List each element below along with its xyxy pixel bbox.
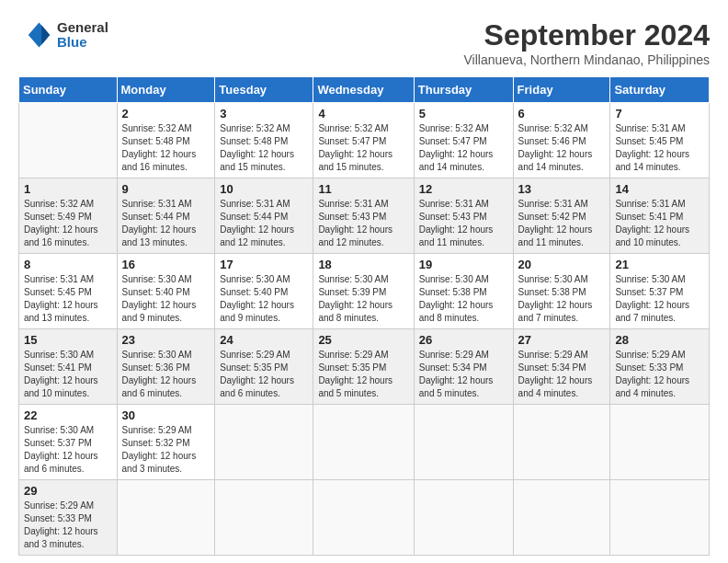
day-number: 2 [122,107,210,121]
day-info: Sunrise: 5:32 AMSunset: 5:46 PMDaylight:… [518,122,606,174]
calendar-cell [513,480,610,556]
calendar-cell [414,405,513,480]
day-number: 24 [220,333,308,347]
day-info: Sunrise: 5:32 AMSunset: 5:49 PMDaylight:… [24,198,112,249]
calendar-cell [610,480,710,556]
day-info: Sunrise: 5:30 AMSunset: 5:37 PMDaylight:… [24,424,112,476]
title-block: September 2024 Villanueva, Northern Mind… [464,18,710,67]
day-number: 5 [419,107,508,121]
calendar-cell: 8Sunrise: 5:31 AMSunset: 5:45 PMDaylight… [19,254,118,329]
page-header: General Blue September 2024 Villanueva, … [18,18,710,67]
day-info: Sunrise: 5:29 AMSunset: 5:33 PMDaylight:… [24,500,112,551]
day-number: 11 [318,182,408,196]
day-info: Sunrise: 5:31 AMSunset: 5:42 PMDaylight:… [518,198,606,249]
day-number: 3 [220,107,308,121]
day-number: 10 [220,182,308,196]
day-info: Sunrise: 5:31 AMSunset: 5:43 PMDaylight:… [318,198,408,249]
calendar-cell: 16Sunrise: 5:30 AMSunset: 5:40 PMDayligh… [117,254,215,329]
header-monday: Monday [117,77,215,103]
day-number: 16 [122,258,210,271]
day-info: Sunrise: 5:32 AMSunset: 5:48 PMDaylight:… [220,122,308,174]
day-number: 17 [220,258,308,271]
day-info: Sunrise: 5:30 AMSunset: 5:37 PMDaylight:… [615,273,704,325]
day-info: Sunrise: 5:30 AMSunset: 5:39 PMDaylight:… [318,273,408,325]
calendar-cell [313,405,414,480]
day-info: Sunrise: 5:30 AMSunset: 5:41 PMDaylight:… [24,349,112,400]
header-friday: Friday [513,77,610,103]
day-number: 15 [24,333,112,347]
day-info: Sunrise: 5:30 AMSunset: 5:38 PMDaylight:… [419,273,508,325]
day-info: Sunrise: 5:29 AMSunset: 5:34 PMDaylight:… [419,349,508,400]
day-number: 7 [615,107,704,121]
header-thursday: Thursday [414,77,513,103]
calendar-cell: 23Sunrise: 5:30 AMSunset: 5:36 PMDayligh… [117,329,215,405]
calendar-cell: 21Sunrise: 5:30 AMSunset: 5:37 PMDayligh… [610,254,710,329]
calendar-row: 15Sunrise: 5:30 AMSunset: 5:41 PMDayligh… [19,329,710,405]
day-number: 8 [24,258,112,271]
day-number: 12 [419,182,508,196]
calendar-cell: 4Sunrise: 5:32 AMSunset: 5:47 PMDaylight… [313,103,414,178]
calendar-cell [414,480,513,556]
day-number: 25 [318,333,408,347]
day-info: Sunrise: 5:31 AMSunset: 5:43 PMDaylight:… [419,198,508,249]
day-info: Sunrise: 5:31 AMSunset: 5:45 PMDaylight:… [615,122,704,174]
calendar-cell: 30Sunrise: 5:29 AMSunset: 5:32 PMDayligh… [117,405,215,480]
calendar-cell: 19Sunrise: 5:30 AMSunset: 5:38 PMDayligh… [414,254,513,329]
calendar-row: 22Sunrise: 5:30 AMSunset: 5:37 PMDayligh… [19,405,710,480]
header-sunday: Sunday [19,77,118,103]
logo-icon [18,18,51,52]
calendar-cell: 14Sunrise: 5:31 AMSunset: 5:41 PMDayligh… [610,178,710,254]
day-number: 1 [24,182,112,196]
calendar-cell: 2Sunrise: 5:32 AMSunset: 5:48 PMDaylight… [117,103,215,178]
day-number: 27 [518,333,606,347]
day-info: Sunrise: 5:31 AMSunset: 5:41 PMDaylight:… [615,198,704,249]
day-info: Sunrise: 5:30 AMSunset: 5:36 PMDaylight:… [122,349,210,400]
calendar-cell: 3Sunrise: 5:32 AMSunset: 5:48 PMDaylight… [215,103,313,178]
day-info: Sunrise: 5:29 AMSunset: 5:35 PMDaylight:… [318,349,408,400]
location: Villanueva, Northern Mindanao, Philippin… [464,52,710,67]
day-number: 20 [518,258,606,271]
calendar-cell [513,405,610,480]
day-number: 6 [518,107,606,121]
day-info: Sunrise: 5:32 AMSunset: 5:47 PMDaylight:… [318,122,408,174]
day-info: Sunrise: 5:29 AMSunset: 5:34 PMDaylight:… [518,349,606,400]
calendar-cell: 9Sunrise: 5:31 AMSunset: 5:44 PMDaylight… [117,178,215,254]
day-info: Sunrise: 5:29 AMSunset: 5:33 PMDaylight:… [615,349,704,400]
day-number: 9 [122,182,210,196]
calendar-cell: 1Sunrise: 5:32 AMSunset: 5:49 PMDaylight… [19,178,118,254]
header-tuesday: Tuesday [215,77,313,103]
calendar-cell: 15Sunrise: 5:30 AMSunset: 5:41 PMDayligh… [19,329,118,405]
calendar-cell: 10Sunrise: 5:31 AMSunset: 5:44 PMDayligh… [215,178,313,254]
day-number: 14 [615,182,704,196]
calendar-header-row: Sunday Monday Tuesday Wednesday Thursday… [19,77,710,103]
day-info: Sunrise: 5:31 AMSunset: 5:44 PMDaylight:… [220,198,308,249]
day-number: 28 [615,333,704,347]
calendar-cell [313,480,414,556]
day-info: Sunrise: 5:31 AMSunset: 5:44 PMDaylight:… [122,198,210,249]
logo-blue: Blue [57,35,108,51]
month-year: September 2024 [464,18,710,52]
calendar-cell: 7Sunrise: 5:31 AMSunset: 5:45 PMDaylight… [610,103,710,178]
calendar-cell [215,405,313,480]
logo-general: General [57,20,108,36]
day-info: Sunrise: 5:30 AMSunset: 5:40 PMDaylight:… [220,273,308,325]
calendar-cell [117,480,215,556]
day-number: 26 [419,333,508,347]
day-number: 22 [24,408,112,422]
day-info: Sunrise: 5:32 AMSunset: 5:48 PMDaylight:… [122,122,210,174]
calendar-cell: 12Sunrise: 5:31 AMSunset: 5:43 PMDayligh… [414,178,513,254]
header-wednesday: Wednesday [313,77,414,103]
day-number: 4 [318,107,408,121]
calendar-cell: 29Sunrise: 5:29 AMSunset: 5:33 PMDayligh… [19,480,118,556]
day-info: Sunrise: 5:29 AMSunset: 5:35 PMDaylight:… [220,349,308,400]
calendar-row: 1Sunrise: 5:32 AMSunset: 5:49 PMDaylight… [19,178,710,254]
calendar-cell: 5Sunrise: 5:32 AMSunset: 5:47 PMDaylight… [414,103,513,178]
day-info: Sunrise: 5:30 AMSunset: 5:38 PMDaylight:… [518,273,606,325]
day-number: 29 [24,484,112,498]
calendar-cell: 20Sunrise: 5:30 AMSunset: 5:38 PMDayligh… [513,254,610,329]
day-number: 18 [318,258,408,271]
calendar-cell: 25Sunrise: 5:29 AMSunset: 5:35 PMDayligh… [313,329,414,405]
day-number: 13 [518,182,606,196]
calendar-cell [19,103,118,178]
calendar-cell: 26Sunrise: 5:29 AMSunset: 5:34 PMDayligh… [414,329,513,405]
